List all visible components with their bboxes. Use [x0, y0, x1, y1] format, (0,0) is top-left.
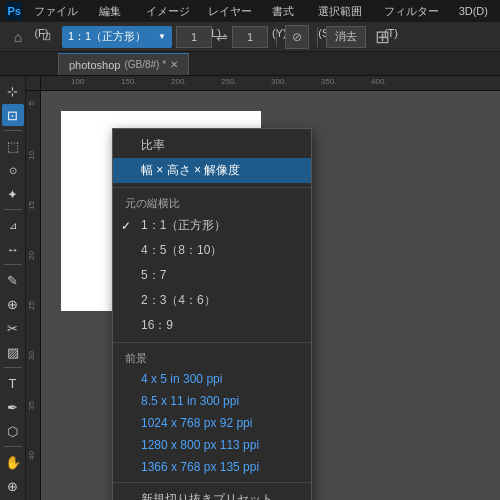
tool-ruler[interactable]: ↔ [2, 238, 24, 260]
tool-separator5 [4, 446, 22, 447]
dropdown-arrow-icon: ▼ [158, 32, 166, 41]
dropdown-item-2x3[interactable]: 2：3（4：6） [113, 288, 311, 313]
tab-label: photoshop [69, 54, 120, 76]
ruler-mark-400: 400. [371, 77, 387, 86]
separator2 [317, 27, 318, 47]
tool-hand[interactable]: ✋ [2, 451, 24, 473]
ruler-mark-100: 100 [71, 77, 84, 86]
tool-magic-wand[interactable]: ✦ [2, 183, 24, 205]
crop-options-button[interactable]: ⊡ [34, 25, 58, 49]
tool-brush[interactable]: ✎ [2, 269, 24, 291]
tool-eraser[interactable]: ✂ [2, 317, 24, 339]
tool-pen[interactable]: ✒ [2, 396, 24, 418]
straighten-button[interactable]: ⊘ [285, 25, 309, 49]
dropdown-item-5x7[interactable]: 5：7 [113, 263, 311, 288]
dropdown-item-16x9[interactable]: 16：9 [113, 313, 311, 338]
ruler-left: 5 10 15 20 25 30 35 40 [26, 91, 41, 500]
ruler-mark-300: 300. [271, 77, 287, 86]
dropdown-section-presets-label: 前景 [113, 347, 311, 368]
menu-select[interactable]: 選択範囲(S) [312, 0, 376, 22]
menu-file[interactable]: ファイル(F) [28, 0, 91, 22]
ruler-mark-v-40: 40 [27, 451, 36, 460]
ruler-mark-150: 150. [121, 77, 137, 86]
tool-zoom[interactable]: ⊕ [2, 475, 24, 497]
dropdown-section-presets: 前景 4 x 5 in 300 ppi 8.5 x 11 in 300 ppi … [113, 343, 311, 483]
tool-crop[interactable]: ⊡ [2, 104, 24, 126]
width-input[interactable] [176, 26, 212, 48]
home-button[interactable]: ⌂ [6, 25, 30, 49]
menu-filter[interactable]: フィルター(T) [378, 0, 451, 22]
dropdown-item-4x5in[interactable]: 4 x 5 in 300 ppi [113, 368, 311, 390]
ruler-mark-250: 250. [221, 77, 237, 86]
tool-gradient[interactable]: ▨ [2, 341, 24, 363]
dropdown-item-4x5[interactable]: 4：5（8：10） [113, 238, 311, 263]
clear-button[interactable]: 消去 [326, 26, 366, 48]
ruler-mark-v-10: 10 [27, 151, 36, 160]
tool-separator2 [4, 209, 22, 210]
ruler-mark-v-5: 5 [27, 101, 36, 105]
tool-separator3 [4, 264, 22, 265]
dropdown-item-1366x768[interactable]: 1366 x 768 px 135 ppi [113, 456, 311, 478]
menu-bar: ファイル(F) 編集(E) イメージ(I) レイヤー(L) 書式(Y) 選択範囲… [28, 0, 494, 22]
ruler-mark-350: 350. [321, 77, 337, 86]
tool-move[interactable]: ⊹ [2, 80, 24, 102]
dropdown-item-new-preset[interactable]: 新規切り抜きプリセット... [113, 487, 311, 500]
ruler-mark-v-30: 30 [27, 351, 36, 360]
ruler-top: 100 150. 200. 250. 300. 350. 400. [41, 76, 500, 91]
content-area: 100 150. 200. 250. 300. 350. 400. 5 10 1… [26, 76, 500, 500]
dropdown-item-ratio-label[interactable]: 比率 [113, 133, 311, 158]
ruler-mark-v-20: 20 [27, 251, 36, 260]
menu-type[interactable]: 書式(Y) [266, 0, 310, 22]
menu-3d[interactable]: 3D(D) [453, 0, 494, 22]
ratio-dropdown[interactable]: 1：1（正方形） ▼ [62, 26, 172, 48]
tab-close-icon[interactable]: ✕ [170, 54, 178, 76]
toolbar: ⊹ ⊡ ⬚ ⊙ ✦ ⊿ ↔ ✎ ⊕ ✂ ▨ T ✒ ⬡ ✋ ⊕ [0, 76, 26, 500]
dropdown-item-1024x768[interactable]: 1024 x 768 px 92 ppi [113, 412, 311, 434]
tab-detail: (GB/8#) * [124, 54, 166, 76]
ruler-mark-200: 200. [171, 77, 187, 86]
tool-clone[interactable]: ⊕ [2, 293, 24, 315]
tool-separator [4, 130, 22, 131]
tool-eyedropper[interactable]: ⊿ [2, 214, 24, 236]
dropdown-item-8x11in[interactable]: 8.5 x 11 in 300 ppi [113, 390, 311, 412]
ratio-label: 1：1（正方形） [68, 29, 146, 44]
tool-lasso[interactable]: ⊙ [2, 159, 24, 181]
tab-bar: photoshop (GB/8#) * ✕ [0, 52, 500, 76]
menu-layer[interactable]: レイヤー(L) [202, 0, 265, 22]
swap-icon[interactable]: ⇌ [216, 29, 228, 45]
ruler-mark-v-25: 25 [27, 301, 36, 310]
ruler-corner [26, 76, 41, 91]
document-tab[interactable]: photoshop (GB/8#) * ✕ [58, 53, 189, 75]
dropdown-section-aspect-label: 元の縦横比 [113, 192, 311, 213]
content-aware-button[interactable]: ⊞ [370, 25, 394, 49]
tool-separator4 [4, 367, 22, 368]
dropdown-section-actions: 新規切り抜きプリセット... 切り抜きプリセットを削除... [113, 483, 311, 500]
title-bar: Ps ファイル(F) 編集(E) イメージ(I) レイヤー(L) 書式(Y) 選… [0, 0, 500, 22]
dropdown-menu: 比率 幅 × 高さ × 解像度 元の縦横比 ✓ 1：1（正方形） 4：5（8：1… [112, 128, 312, 500]
ruler-mark-v-15: 15 [27, 201, 36, 210]
menu-image[interactable]: イメージ(I) [140, 0, 200, 22]
tool-shape[interactable]: ⬡ [2, 420, 24, 442]
tool-type[interactable]: T [2, 372, 24, 394]
ruler-mark-v-35: 35 [27, 401, 36, 410]
ps-icon: Ps [6, 2, 22, 20]
separator [276, 27, 277, 47]
dropdown-item-1x1[interactable]: ✓ 1：1（正方形） [113, 213, 311, 238]
main-area: ⊹ ⊡ ⬚ ⊙ ✦ ⊿ ↔ ✎ ⊕ ✂ ▨ T ✒ ⬡ ✋ ⊕ 100 150.… [0, 76, 500, 500]
options-bar: ⌂ ⊡ 1：1（正方形） ▼ ⇌ ⊘ 消去 ⊞ [0, 22, 500, 52]
dropdown-section-aspect: 元の縦横比 ✓ 1：1（正方形） 4：5（8：10） 5：7 2：3（4：6） [113, 188, 311, 343]
tool-marquee[interactable]: ⬚ [2, 135, 24, 157]
dropdown-item-1280x800[interactable]: 1280 x 800 px 113 ppi [113, 434, 311, 456]
dropdown-item-whr[interactable]: 幅 × 高さ × 解像度 [113, 158, 311, 183]
menu-edit[interactable]: 編集(E) [93, 0, 137, 22]
check-1x1: ✓ [121, 219, 133, 233]
height-input[interactable] [232, 26, 268, 48]
dropdown-section-ratio: 比率 幅 × 高さ × 解像度 [113, 129, 311, 188]
